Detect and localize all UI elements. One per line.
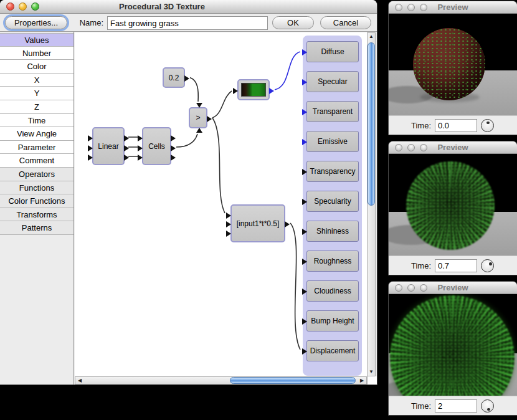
cancel-button[interactable]: Cancel [320, 16, 371, 29]
input-port-icon[interactable] [302, 109, 307, 115]
time-dial[interactable] [481, 259, 494, 272]
output-port-icon[interactable] [171, 155, 176, 161]
input-port-icon[interactable] [302, 348, 307, 355]
output-specular[interactable]: Specular [306, 71, 359, 92]
output-transparent[interactable]: Transparent [306, 101, 359, 122]
sidebar-group-functions[interactable]: Functions [0, 181, 74, 195]
minimize-button[interactable] [407, 4, 415, 11]
sidebar-item-number[interactable]: Number [0, 47, 74, 60]
input-port-icon[interactable] [302, 169, 307, 175]
output-port-icon[interactable] [124, 155, 129, 161]
input-port-icon[interactable] [88, 135, 93, 141]
output-emissive[interactable]: Emissive [306, 131, 359, 152]
preview-titlebar[interactable]: Preview [389, 282, 517, 294]
output-transparency[interactable]: Transparency [306, 161, 359, 182]
time-dial[interactable] [481, 119, 494, 132]
scroll-up-icon[interactable]: ▲ [368, 33, 375, 41]
zoom-button[interactable] [420, 4, 427, 11]
node-linear[interactable]: Linear [92, 127, 125, 165]
minimize-button[interactable] [407, 284, 415, 292]
output-port-icon[interactable] [269, 88, 274, 94]
minimize-button[interactable] [407, 144, 415, 151]
time-input[interactable] [435, 399, 477, 413]
scroll-left-icon[interactable]: ◀ [76, 377, 83, 384]
sidebar-group-transforms[interactable]: Transforms [0, 208, 74, 222]
sidebar-item-parameter[interactable]: Parameter [0, 141, 74, 155]
scroll-down-icon[interactable]: ▼ [368, 368, 375, 376]
sidebar-group-patterns[interactable]: Patterns [0, 221, 74, 235]
output-cloudiness[interactable]: Cloudiness [306, 280, 359, 302]
node-comparator[interactable]: > [189, 107, 207, 128]
node-expression[interactable]: [input1*t*0.5] [230, 204, 285, 242]
output-diffuse[interactable]: Diffuse [306, 41, 359, 62]
output-roughness[interactable]: Roughness [306, 251, 359, 272]
input-port-icon[interactable] [302, 289, 307, 295]
input-port-icon[interactable] [302, 139, 307, 145]
horizontal-scrollbar[interactable]: ◀ ▶ [75, 376, 367, 384]
sidebar-group-color-functions[interactable]: Color Functions [0, 194, 74, 208]
output-port-icon[interactable] [124, 145, 129, 151]
scroll-right-icon[interactable]: ▶ [358, 377, 366, 384]
sidebar-item-comment[interactable]: Comment [0, 154, 74, 168]
input-port-icon[interactable] [196, 103, 202, 108]
input-port-icon[interactable] [88, 155, 93, 161]
close-button[interactable] [395, 284, 402, 292]
input-port-icon[interactable] [233, 88, 238, 94]
node-color-gradient[interactable] [237, 79, 270, 100]
input-port-icon[interactable] [226, 212, 231, 219]
vertical-scrollbar[interactable]: ▲ ▼ [367, 32, 376, 376]
input-port-icon[interactable] [302, 79, 307, 85]
sidebar-item-values[interactable]: Values [0, 33, 74, 47]
output-port-icon[interactable] [207, 116, 212, 122]
sidebar-item-color[interactable]: Color [0, 60, 74, 74]
input-port-icon[interactable] [226, 221, 231, 227]
close-button[interactable] [6, 2, 14, 11]
input-port-icon[interactable] [302, 318, 307, 325]
output-port-icon[interactable] [285, 221, 290, 227]
input-port-icon[interactable] [302, 49, 307, 55]
node-editor-canvas[interactable]: Diffuse Specular Transparent Emissive Tr… [75, 32, 367, 376]
sidebar-item-x[interactable]: X [0, 74, 74, 87]
output-bump-height[interactable]: Bump Height [306, 310, 359, 332]
input-port-icon[interactable] [226, 231, 231, 237]
time-input[interactable] [435, 259, 477, 272]
preview-titlebar[interactable]: Preview [389, 1, 517, 14]
output-port-icon[interactable] [124, 135, 129, 141]
sidebar-group-operators[interactable]: Operators [0, 168, 74, 181]
name-input[interactable] [107, 16, 268, 30]
input-port-icon[interactable] [196, 128, 202, 133]
vertical-scroll-thumb[interactable] [368, 42, 375, 206]
horizontal-scroll-thumb[interactable] [230, 377, 356, 384]
output-port-icon[interactable] [184, 75, 189, 82]
zoom-button[interactable] [420, 144, 427, 151]
output-specularity[interactable]: Specularity [306, 191, 359, 212]
sidebar-item-y[interactable]: Y [0, 87, 74, 100]
input-port-icon[interactable] [302, 199, 307, 205]
output-port-icon[interactable] [171, 145, 176, 151]
window-titlebar[interactable]: Procedural 3D Texture [0, 0, 377, 14]
input-port-icon[interactable] [302, 229, 307, 235]
sidebar-item-view-angle[interactable]: View Angle [0, 127, 74, 141]
time-input[interactable] [435, 119, 477, 132]
close-button[interactable] [395, 144, 402, 151]
preview-titlebar[interactable]: Preview [389, 141, 517, 154]
output-shininess[interactable]: Shininess [306, 221, 359, 242]
node-constant[interactable]: 0.2 [163, 67, 185, 88]
output-port-icon[interactable] [171, 135, 176, 141]
zoom-button[interactable] [420, 284, 427, 292]
node-cells[interactable]: Cells [142, 127, 171, 165]
sidebar-item-time[interactable]: Time [0, 114, 74, 128]
properties-button[interactable]: Properties... [5, 16, 67, 29]
input-port-icon[interactable] [138, 145, 143, 151]
zoom-button[interactable] [31, 2, 39, 11]
close-button[interactable] [395, 4, 402, 11]
minimize-button[interactable] [19, 2, 27, 11]
sidebar-item-z[interactable]: Z [0, 100, 74, 114]
input-port-icon[interactable] [302, 259, 307, 265]
time-dial[interactable] [481, 399, 494, 413]
input-port-icon[interactable] [138, 155, 143, 161]
input-port-icon[interactable] [88, 145, 93, 151]
output-displacement[interactable]: Displacement [306, 340, 359, 361]
input-port-icon[interactable] [138, 135, 143, 141]
ok-button[interactable]: OK [272, 16, 314, 29]
